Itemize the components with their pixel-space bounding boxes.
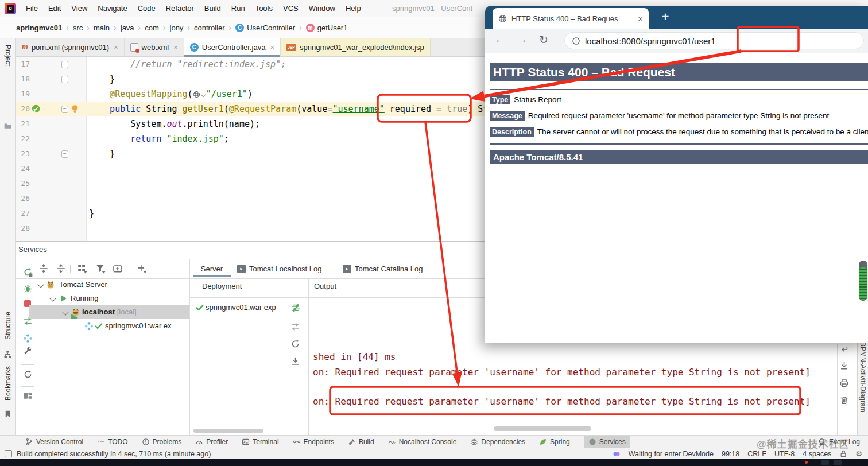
new-tab-button[interactable]: + — [662, 10, 669, 24]
artifact-button[interactable] — [23, 333, 33, 343]
tool-window-button-problems[interactable]: Problems — [142, 436, 182, 448]
code-line[interactable]: 27} — [16, 206, 485, 221]
back-icon[interactable]: ← — [493, 33, 507, 46]
close-icon[interactable]: × — [638, 14, 643, 24]
chevron-down-icon[interactable] — [37, 281, 44, 288]
tool-window-button-build[interactable]: Build — [348, 436, 374, 448]
tool-window-button-version-control[interactable]: Version Control — [25, 436, 83, 448]
browser-titlebar[interactable]: HTTP Status 400 – Bad Reques × + — [485, 6, 868, 29]
code-line[interactable]: 21 System.out.println(name); — [16, 116, 485, 131]
horizontal-scrollbar[interactable] — [494, 426, 591, 431]
close-icon[interactable]: × — [114, 43, 118, 52]
tree-item-running[interactable]: Running — [16, 292, 189, 305]
line-ending[interactable]: CRLF — [747, 450, 766, 458]
breadcrumb-item-jony[interactable]: jony — [170, 24, 184, 32]
chevron-down-icon[interactable] — [49, 295, 56, 301]
close-icon[interactable]: × — [270, 43, 274, 52]
horizontal-scrollbar[interactable] — [193, 429, 264, 433]
requestmapping-globe-icon[interactable] — [193, 91, 206, 99]
menu-help[interactable]: Help — [340, 0, 366, 17]
code-line[interactable]: 17− //return "redirect:index.jsp"; — [16, 57, 485, 72]
soft-wrap-button[interactable] — [839, 345, 849, 355]
breadcrumb-item-getuser1[interactable]: mgetUser1 — [306, 24, 348, 32]
menu-build[interactable]: Build — [199, 0, 226, 17]
clear-button[interactable] — [839, 395, 849, 405]
menu-edit[interactable]: Edit — [43, 0, 66, 17]
indent-setting[interactable]: 4 spaces — [803, 450, 831, 458]
code-line[interactable]: 25 — [16, 176, 485, 191]
tree-item-tomcat-server[interactable]: Tomcat Server — [16, 278, 189, 292]
code-line[interactable]: 26 — [16, 191, 485, 206]
code-line[interactable]: 22 return "index.jsp"; — [16, 131, 485, 146]
group-by-button[interactable] — [77, 263, 87, 274]
tool-window-button-spring[interactable]: Spring — [539, 436, 570, 448]
fold-icon[interactable]: − — [61, 76, 68, 83]
breadcrumb-item-com[interactable]: com — [145, 24, 159, 32]
add-button[interactable] — [137, 263, 147, 274]
fold-icon[interactable]: − — [61, 150, 68, 158]
chevron-down-icon[interactable] — [62, 309, 68, 315]
filter-button[interactable] — [95, 263, 106, 274]
tool-window-button-nocalhost-console[interactable]: Nocalhost Console — [388, 436, 457, 448]
tab-server[interactable]: Server — [193, 260, 231, 277]
breadcrumb-item-springmvc01[interactable]: springmvc01 — [16, 24, 62, 32]
code-line[interactable]: 20− public String getUser1(@RequestParam… — [16, 102, 485, 116]
editor-tab-pom-xml-springmvc01[interactable]: mpom.xml (springmvc01)× — [16, 38, 125, 56]
forward-icon[interactable]: → — [515, 33, 529, 46]
menu-vcs[interactable]: VCS — [278, 0, 304, 17]
tool-window-button-todo[interactable]: TODO — [97, 436, 127, 448]
collapse-all-button[interactable] — [56, 263, 66, 274]
code-line[interactable]: 18− } — [16, 72, 485, 87]
menu-view[interactable]: View — [66, 0, 92, 17]
code-line[interactable]: 28 — [16, 221, 485, 236]
add-frame-button[interactable] — [113, 263, 123, 274]
editor-tab-web-xml[interactable]: web.xml× — [125, 38, 184, 56]
tool-window-button-endpoints[interactable]: Endpoints — [293, 436, 334, 448]
rerun-button[interactable] — [23, 267, 33, 277]
breadcrumb-item-controller[interactable]: controller — [194, 24, 224, 32]
print-button[interactable] — [839, 378, 849, 388]
menu-run[interactable]: Run — [226, 0, 250, 17]
tool-window-button-terminal[interactable]: Terminal — [242, 436, 278, 448]
run-gutter-icon[interactable] — [31, 104, 41, 114]
code-line[interactable]: 19 @RequestMapping("/user1") — [16, 87, 485, 102]
caret-position[interactable]: 99:18 — [722, 450, 739, 458]
tree-item-artifact[interactable]: springmvc01:war ex — [16, 319, 189, 333]
devmode-status[interactable]: Waiting for enter DevMode — [629, 450, 714, 458]
breadcrumb-item-usercontroller[interactable]: CUserController — [235, 24, 295, 32]
settings-wrench-button[interactable] — [23, 347, 33, 356]
breadcrumb-item-main[interactable]: main — [94, 24, 110, 32]
lock-icon[interactable] — [839, 450, 847, 458]
browser-tab[interactable]: HTTP Status 400 – Bad Reques × — [493, 8, 649, 29]
menu-tools[interactable]: Tools — [250, 0, 278, 17]
breadcrumb-item-java[interactable]: java — [121, 24, 134, 32]
tool-window-button-services[interactable]: Services — [584, 436, 630, 448]
tool-tab-structure[interactable]: Structure — [4, 312, 12, 340]
menu-file[interactable]: File — [21, 0, 43, 17]
tool-window-button-dependencies[interactable]: Dependencies — [470, 436, 525, 448]
intention-bulb-icon[interactable] — [70, 104, 80, 114]
refresh-button[interactable] — [23, 370, 33, 379]
deploy-icon[interactable] — [290, 304, 300, 313]
menu-refactor[interactable]: Refactor — [161, 0, 199, 17]
refresh-icon[interactable] — [290, 339, 300, 349]
code-line[interactable]: 24 — [16, 161, 485, 176]
dock-icon[interactable] — [290, 356, 300, 366]
editor-tab-springmvc01-war-exploded-index-jsp[interactable]: JSPspringmvc01_war_exploded\index.jsp — [281, 38, 431, 56]
address-bar[interactable]: localhost:8080/springmvc01/user1 — [564, 32, 864, 49]
scroll-to-end-button[interactable] — [839, 361, 849, 371]
tool-tab-bookmarks[interactable]: Bookmarks — [4, 366, 12, 401]
fold-icon[interactable]: − — [61, 61, 68, 68]
close-icon[interactable]: × — [173, 43, 178, 52]
breadcrumb-item-src[interactable]: src — [73, 24, 83, 32]
gear-icon[interactable]: ⚙ — [855, 449, 862, 458]
tab-tomcat-catalina-log[interactable]: ▸ Tomcat Catalina Log — [343, 260, 423, 277]
menu-window[interactable]: Window — [304, 0, 340, 17]
tab-tomcat-localhost-log[interactable]: ▸ Tomcat Localhost Log — [237, 260, 321, 277]
tree-item-localhost[interactable]: localhost [local] — [16, 305, 189, 319]
tool-tab-bpmn-activiti-diagram[interactable]: BPMN-Activiti-Diagram — [859, 342, 867, 413]
code-editor[interactable]: 17− //return "redirect:index.jsp";18− }1… — [16, 57, 485, 241]
reload-icon[interactable]: ↻ — [537, 33, 551, 46]
editor-tab-usercontroller-java[interactable]: CUserController.java× — [184, 38, 281, 56]
fold-icon[interactable]: − — [61, 106, 68, 113]
